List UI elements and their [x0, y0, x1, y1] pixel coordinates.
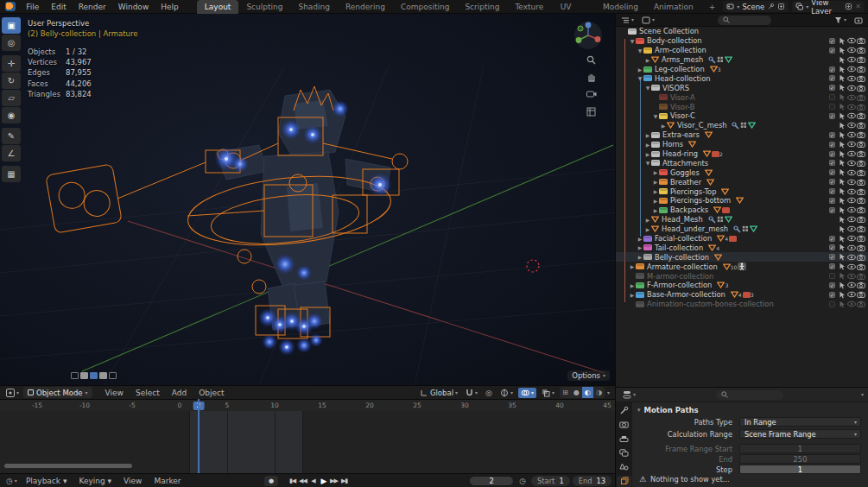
properties-options-caret[interactable]: ▾ — [861, 392, 864, 397]
timeline-menu-marker[interactable]: Marker — [148, 474, 187, 487]
show-gizmo-icon[interactable]: ▾ — [497, 389, 516, 397]
outliner-row[interactable]: ▼VISORS✓ — [616, 83, 868, 92]
visibility-icon[interactable] — [847, 225, 856, 232]
workspace-tab-rendering[interactable]: Rendering — [338, 0, 393, 14]
outliner-row[interactable]: ▶Head_under_mesh — [616, 225, 868, 234]
selectable-icon[interactable] — [839, 84, 846, 92]
render-visibility-icon[interactable] — [857, 66, 865, 73]
expand-arrow-right[interactable]: ▶ — [652, 207, 659, 213]
selectable-icon[interactable] — [839, 159, 846, 167]
editor-type-icon[interactable]: ▾ — [3, 389, 22, 397]
selectable-icon[interactable] — [839, 216, 846, 224]
expand-arrow-right[interactable]: ▶ — [644, 226, 651, 232]
zoom-icon[interactable] — [585, 54, 598, 66]
checkbox-icon[interactable]: ✓ — [829, 188, 835, 194]
visibility-icon[interactable] — [847, 66, 856, 73]
expand-arrow-right[interactable]: ▶ — [652, 188, 659, 194]
outliner-row[interactable]: ▶Backpacks✓ — [616, 206, 868, 215]
dropdown-field[interactable]: In Range — [739, 417, 861, 427]
editor-type-icon[interactable]: ◷▾ — [3, 477, 20, 485]
expand-arrow-right[interactable]: ▶ — [637, 236, 643, 242]
outliner-row[interactable]: ▼Head-collection✓ — [616, 73, 868, 83]
workspace-tab-texture-paint[interactable]: Texture Paint — [507, 0, 552, 14]
checkbox-icon[interactable]: ✓ — [829, 38, 835, 44]
menu-edit[interactable]: Edit — [45, 0, 72, 14]
outliner-row[interactable]: Visor-B — [616, 102, 868, 111]
new-view-layer-icon[interactable] — [845, 3, 852, 10]
expand-arrow-right[interactable]: ▶ — [652, 198, 659, 204]
selectable-icon[interactable] — [839, 235, 846, 243]
visibility-icon[interactable] — [847, 150, 856, 157]
checkbox-icon[interactable] — [829, 94, 835, 100]
visibility-icon[interactable] — [847, 141, 856, 148]
transform-orientation[interactable]: Global ▾ — [417, 389, 460, 397]
outliner-row[interactable]: ▶Piercings-Top✓ — [616, 187, 868, 196]
outliner-row[interactable]: M-armor-collection — [616, 271, 868, 281]
render-visibility-icon[interactable] — [857, 179, 865, 186]
prev-keyframe-button[interactable]: ◀◀ — [298, 476, 307, 486]
outliner-row[interactable]: ▶Leg-collection3✓ — [616, 65, 868, 74]
render-visibility-icon[interactable] — [857, 281, 865, 288]
collection-visibility-square[interactable] — [71, 372, 79, 379]
viewport-menu-view[interactable]: View — [99, 386, 130, 400]
visibility-icon[interactable] — [847, 131, 856, 138]
selectable-icon[interactable] — [839, 187, 846, 195]
visibility-icon[interactable] — [847, 235, 856, 242]
outliner-row[interactable]: Scene Collection — [616, 27, 868, 36]
visibility-icon[interactable] — [847, 56, 856, 63]
checkbox-icon[interactable]: ✓ — [829, 207, 835, 213]
visibility-icon[interactable] — [847, 254, 856, 261]
collection-visibility-square[interactable] — [80, 372, 88, 379]
checkbox-icon[interactable] — [829, 273, 835, 279]
menu-window[interactable]: Window — [112, 0, 155, 14]
current-frame-field[interactable]: 2 — [469, 476, 514, 486]
selectable-icon[interactable] — [839, 150, 846, 158]
expand-arrow-right[interactable]: ▶ — [644, 57, 651, 63]
selectable-icon[interactable] — [839, 300, 846, 308]
jump-start-button[interactable]: ▮◀ — [288, 476, 297, 486]
expand-arrow-down[interactable]: ▼ — [637, 75, 643, 81]
dropdown-field[interactable]: Scene Frame Range — [739, 429, 861, 439]
render-visibility-icon[interactable] — [857, 216, 865, 223]
render-visibility-icon[interactable] — [857, 150, 865, 157]
selectable-icon[interactable] — [839, 112, 846, 120]
workspace-tab-compositing[interactable]: Compositing — [393, 0, 457, 14]
workspace-tab-animation[interactable]: Animation — [646, 0, 701, 14]
outliner-row[interactable]: ▶Base-Armor-collection43✓ — [616, 290, 868, 300]
render-visibility-icon[interactable] — [857, 131, 865, 138]
selectable-icon[interactable] — [839, 141, 846, 149]
properties-tab-scene[interactable] — [617, 461, 631, 472]
visibility-icon[interactable] — [847, 197, 856, 204]
selectable-icon[interactable] — [839, 37, 846, 45]
collection-visibility-square[interactable] — [109, 372, 117, 379]
visibility-icon[interactable] — [847, 160, 856, 167]
play-button[interactable]: ▶ — [319, 476, 328, 486]
xray-toggle-icon[interactable]: ▾ — [539, 389, 557, 397]
viewport-menu-add[interactable]: Add — [166, 386, 193, 400]
next-keyframe-button[interactable]: ▶▶ — [329, 476, 339, 486]
expand-arrow-down[interactable]: ▼ — [652, 113, 659, 119]
outliner-row[interactable]: ▼Arm-collection✓ — [616, 46, 868, 55]
editor-type-icon[interactable]: ▾ — [620, 390, 638, 399]
render-visibility-icon[interactable] — [857, 104, 865, 111]
pan-hand-icon[interactable] — [585, 71, 598, 83]
checkbox-icon[interactable]: ✓ — [829, 132, 835, 138]
checkbox-icon[interactable]: ✓ — [829, 75, 835, 81]
properties-tab-view-layer[interactable] — [617, 447, 631, 459]
collection-visibility-square[interactable] — [90, 372, 98, 379]
expand-arrow-down[interactable]: ▼ — [644, 85, 651, 91]
render-visibility-icon[interactable] — [857, 122, 865, 129]
menu-file[interactable]: File — [20, 0, 45, 14]
visibility-icon[interactable] — [847, 94, 856, 101]
visibility-icon[interactable] — [847, 188, 856, 195]
selectable-icon[interactable] — [839, 56, 846, 64]
selectable-icon[interactable] — [839, 93, 846, 101]
outliner-row[interactable]: ▶Facial-collection4✓ — [616, 234, 868, 244]
outliner-row[interactable]: ▼Visor-C✓ — [616, 111, 868, 121]
selectable-icon[interactable] — [839, 47, 846, 54]
outliner-row[interactable]: Animation-custom-bones-collection — [616, 300, 868, 309]
outliner-row[interactable]: ▶Horns✓ — [616, 140, 868, 149]
value-field[interactable]: 1 — [739, 444, 861, 453]
new-collection-icon[interactable] — [852, 16, 865, 24]
visibility-icon[interactable] — [847, 75, 856, 82]
